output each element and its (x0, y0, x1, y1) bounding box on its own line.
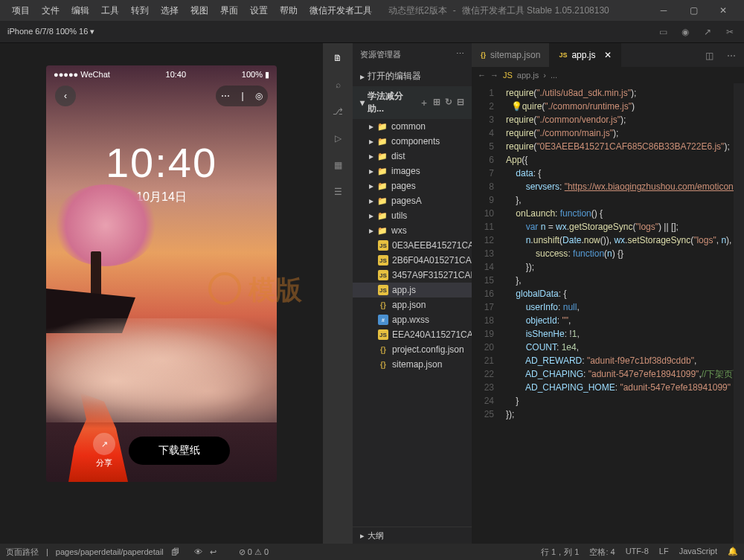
more-icon[interactable]: ⋯ (722, 46, 741, 65)
statusbar: 页面路径 | pages/paperdetail/paperdetail 🗐 👁… (0, 544, 744, 560)
folder-images[interactable]: ▸ images (353, 164, 472, 178)
app-name: 微信开发者工具 Stable 1.05.2108130 (462, 4, 609, 17)
cut-icon[interactable]: ✂ (720, 22, 740, 42)
nav-next-icon[interactable]: → (490, 71, 498, 80)
explorer-icon[interactable]: 🗎 (327, 48, 348, 68)
menu-项目[interactable]: 项目 (6, 1, 36, 20)
file-app.js[interactable]: JSapp.js (353, 283, 472, 297)
chevron-down-icon: ▾ (90, 27, 94, 36)
device-selector[interactable]: iPhone 6/7/8 100% 16 ▾ (0, 27, 102, 36)
file-project.config.json[interactable]: {}project.config.json (353, 342, 472, 357)
file-app.wxss[interactable]: #app.wxss (353, 312, 472, 327)
tab-sitemap.json[interactable]: {}sitemap.json (472, 43, 550, 67)
file-3457A9F315271CAF52...[interactable]: JS3457A9F315271CAF52... (353, 268, 472, 283)
file-sitemap.json[interactable]: {}sitemap.json (353, 357, 472, 372)
activity-bar: 🗎 ⌕ ⎇ ▷ ▦ ☰ (323, 43, 353, 544)
debug-icon[interactable]: ▷ (327, 128, 348, 149)
menu-视图[interactable]: 视图 (185, 1, 214, 20)
editor-tabs: {}sitemap.jsonJSapp.js✕ ◫ ⋯ (472, 43, 744, 67)
menu-界面[interactable]: 界面 (214, 1, 244, 20)
minimize-button[interactable]: ─ (649, 0, 679, 21)
file-0E3AEEB415271CAF68...[interactable]: JS0E3AEEB415271CAF68... (353, 238, 472, 253)
folder-dist[interactable]: ▸ dist (353, 149, 472, 164)
record-icon[interactable]: ◉ (676, 22, 695, 42)
tab-app.js[interactable]: JSapp.js✕ (550, 43, 621, 67)
folder-common[interactable]: ▸ common (353, 119, 472, 134)
explorer-panel: 资源管理器⋯ ▸ 打开的编辑器 ▾ 学法减分助... ＋⊞↻⊟ ▸ common… (353, 43, 472, 544)
menu-帮助[interactable]: 帮助 (274, 1, 304, 20)
back-button[interactable]: ‹ (55, 86, 76, 106)
back-icon[interactable]: ↩ (210, 547, 217, 557)
phone-preview[interactable]: ●●●●● WeChat 10:40 100% ▮ ‹ ⋯|◎ 10:40 10… (46, 65, 277, 482)
language[interactable]: JavaScript (679, 547, 717, 558)
share-icon[interactable]: ↗ (698, 22, 717, 42)
share-icon: ↗ (93, 433, 115, 455)
refresh-icon[interactable]: ↻ (445, 97, 452, 109)
more-icon[interactable]: ⋯ (456, 49, 464, 60)
bell-icon[interactable]: 🔔 (728, 547, 738, 558)
file-2B6F04A015271CAF4D...[interactable]: JS2B6F04A015271CAF4D... (353, 253, 472, 268)
bug-icon[interactable]: ☰ (327, 181, 348, 202)
titlebar: 项目文件编辑工具转到选择视图界面设置帮助微信开发者工具 动态壁纸2版本 - 微信… (0, 0, 744, 21)
page-path-label[interactable]: 页面路径 (6, 547, 39, 558)
collapse-icon[interactable]: ⊟ (457, 97, 464, 109)
git-icon[interactable]: ⎇ (327, 101, 348, 122)
window-title: 动态壁纸2版本 - 微信开发者工具 Stable 1.05.2108130 (378, 4, 649, 17)
eol[interactable]: LF (659, 547, 669, 558)
cursor-pos[interactable]: 行 1，列 1 (541, 547, 579, 558)
menu-选择[interactable]: 选择 (155, 1, 185, 20)
new-folder-icon[interactable]: ⊞ (433, 97, 440, 109)
problems[interactable]: ⊘ 0 ⚠ 0 (239, 547, 269, 557)
breadcrumb[interactable]: ← → JS app.js › ... (472, 67, 744, 83)
file-app.json[interactable]: {}app.json (353, 297, 472, 312)
search-icon[interactable]: ⌕ (327, 74, 348, 95)
folder-pagesA[interactable]: ▸ pagesA (353, 193, 472, 208)
download-button[interactable]: 下载壁纸 (129, 437, 230, 465)
open-editors-section[interactable]: ▸ 打开的编辑器 (353, 66, 472, 86)
capsule-menu[interactable]: ⋯|◎ (216, 86, 268, 106)
wallpaper-time: 10:40 (46, 138, 277, 187)
menu-工具[interactable]: 工具 (95, 1, 125, 20)
status-time: 10:40 (166, 70, 187, 79)
folder-components[interactable]: ▸ components (353, 134, 472, 149)
simulator-panel: ●●●●● WeChat 10:40 100% ▮ ‹ ⋯|◎ 10:40 10… (0, 43, 323, 544)
menu-编辑[interactable]: 编辑 (65, 1, 95, 20)
window-controls: ─ ▢ ✕ (649, 0, 738, 21)
maximize-button[interactable]: ▢ (679, 0, 708, 21)
close-button[interactable]: ✕ (708, 0, 738, 21)
device-icon[interactable]: ▭ (653, 22, 673, 42)
copy-icon[interactable]: 🗐 (171, 547, 179, 556)
extensions-icon[interactable]: ▦ (327, 155, 348, 176)
editor-panel: {}sitemap.jsonJSapp.js✕ ◫ ⋯ ← → JS app.j… (472, 43, 744, 544)
nav-prev-icon[interactable]: ← (478, 71, 486, 80)
split-icon[interactable]: ◫ (699, 46, 719, 65)
simulator-toolbar: iPhone 6/7/8 100% 16 ▾ ▭ ◉ ↗ ✂ (0, 21, 744, 43)
new-file-icon[interactable]: ＋ (420, 97, 429, 109)
project-name: 动态壁纸2版本 (388, 4, 447, 17)
minimap[interactable] (734, 83, 744, 544)
indent[interactable]: 空格: 4 (589, 547, 615, 558)
code-editor[interactable]: 1234567891011121314151617181920212223242… (472, 83, 744, 544)
page-path[interactable]: pages/paperdetail/paperdetail (56, 547, 164, 556)
project-root[interactable]: ▾ 学法减分助... ＋⊞↻⊟ (353, 86, 472, 119)
share-button[interactable]: ↗ 分享 (93, 433, 115, 469)
outline-section[interactable]: ▸ 大纲 (353, 527, 472, 544)
folder-pages[interactable]: ▸ pages (353, 178, 472, 193)
menu-设置[interactable]: 设置 (244, 1, 274, 20)
encoding[interactable]: UTF-8 (626, 547, 649, 558)
folder-wxs[interactable]: ▸ wxs (353, 223, 472, 238)
menu-文件[interactable]: 文件 (36, 1, 65, 20)
folder-utils[interactable]: ▸ utils (353, 208, 472, 223)
menu-转到[interactable]: 转到 (125, 1, 155, 20)
menu-微信开发者工具[interactable]: 微信开发者工具 (304, 1, 378, 20)
file-EEA240A115271CAF88...[interactable]: JSEEA240A115271CAF88... (353, 327, 472, 342)
main-menu: 项目文件编辑工具转到选择视图界面设置帮助微信开发者工具 (6, 1, 378, 20)
eye-icon[interactable]: 👁 (194, 547, 202, 556)
